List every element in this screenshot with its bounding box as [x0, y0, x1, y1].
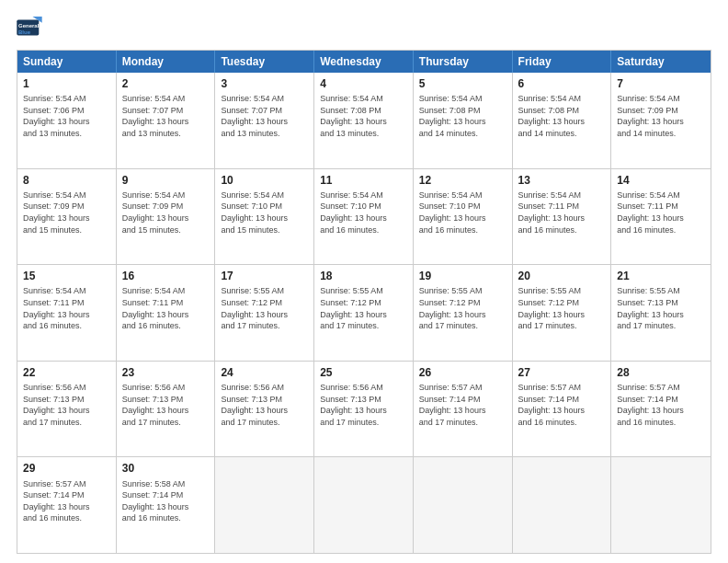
cal-cell: 25Sunrise: 5:56 AM Sunset: 7:13 PM Dayli…	[314, 362, 414, 457]
cal-cell: 28Sunrise: 5:57 AM Sunset: 7:14 PM Dayli…	[611, 362, 711, 457]
day-number: 30	[122, 461, 210, 476]
day-number: 15	[23, 269, 110, 283]
cal-cell: 9Sunrise: 5:54 AM Sunset: 7:09 PM Daylig…	[117, 169, 216, 265]
day-info: Sunrise: 5:54 AM Sunset: 7:11 PM Dayligh…	[122, 285, 210, 331]
cal-cell: 14Sunrise: 5:54 AM Sunset: 7:11 PM Dayli…	[611, 169, 711, 265]
svg-text:Blue: Blue	[18, 29, 31, 35]
day-info: Sunrise: 5:54 AM Sunset: 7:09 PM Dayligh…	[122, 190, 210, 236]
day-number: 25	[320, 365, 407, 380]
cal-cell	[611, 457, 711, 553]
day-info: Sunrise: 5:54 AM Sunset: 7:07 PM Dayligh…	[122, 93, 210, 139]
week-row-3: 15Sunrise: 5:54 AM Sunset: 7:11 PM Dayli…	[17, 265, 711, 362]
day-info: Sunrise: 5:55 AM Sunset: 7:12 PM Dayligh…	[320, 285, 407, 331]
day-number: 23	[122, 365, 210, 380]
day-info: Sunrise: 5:56 AM Sunset: 7:13 PM Dayligh…	[320, 382, 407, 428]
day-number: 22	[23, 365, 110, 380]
header-day-monday: Monday	[117, 51, 216, 73]
logo-icon: General Blue	[17, 17, 42, 39]
day-info: Sunrise: 5:54 AM Sunset: 7:10 PM Dayligh…	[221, 190, 308, 236]
calendar: SundayMondayTuesdayWednesdayThursdayFrid…	[17, 50, 711, 554]
day-info: Sunrise: 5:58 AM Sunset: 7:14 PM Dayligh…	[122, 478, 210, 524]
day-number: 26	[419, 365, 506, 380]
cal-cell: 1Sunrise: 5:54 AM Sunset: 7:06 PM Daylig…	[17, 73, 117, 168]
cal-cell: 23Sunrise: 5:56 AM Sunset: 7:13 PM Dayli…	[117, 362, 216, 457]
day-number: 3	[221, 76, 308, 91]
cal-cell: 8Sunrise: 5:54 AM Sunset: 7:09 PM Daylig…	[17, 169, 117, 265]
header-day-wednesday: Wednesday	[314, 51, 414, 73]
day-info: Sunrise: 5:55 AM Sunset: 7:12 PM Dayligh…	[518, 285, 606, 331]
day-number: 5	[419, 76, 506, 91]
cal-cell: 20Sunrise: 5:55 AM Sunset: 7:12 PM Dayli…	[513, 265, 612, 361]
day-number: 4	[320, 76, 407, 91]
day-number: 16	[122, 269, 210, 283]
cal-cell	[414, 457, 513, 553]
day-info: Sunrise: 5:54 AM Sunset: 7:06 PM Dayligh…	[23, 93, 110, 139]
header: General Blue	[17, 17, 711, 39]
day-number: 17	[221, 269, 308, 283]
day-number: 2	[122, 76, 210, 91]
day-info: Sunrise: 5:54 AM Sunset: 7:08 PM Dayligh…	[320, 93, 407, 139]
cal-cell: 3Sunrise: 5:54 AM Sunset: 7:07 PM Daylig…	[215, 73, 314, 168]
day-info: Sunrise: 5:55 AM Sunset: 7:12 PM Dayligh…	[419, 285, 506, 331]
day-number: 13	[518, 173, 606, 188]
cal-cell	[314, 457, 414, 553]
week-row-2: 8Sunrise: 5:54 AM Sunset: 7:09 PM Daylig…	[17, 169, 711, 266]
day-info: Sunrise: 5:56 AM Sunset: 7:13 PM Dayligh…	[122, 382, 210, 428]
day-info: Sunrise: 5:54 AM Sunset: 7:08 PM Dayligh…	[419, 93, 506, 139]
day-info: Sunrise: 5:54 AM Sunset: 7:09 PM Dayligh…	[617, 93, 705, 139]
cal-cell: 30Sunrise: 5:58 AM Sunset: 7:14 PM Dayli…	[117, 457, 216, 553]
day-number: 29	[23, 461, 110, 476]
day-number: 21	[617, 269, 705, 283]
cal-cell: 29Sunrise: 5:57 AM Sunset: 7:14 PM Dayli…	[17, 457, 117, 553]
cal-cell	[215, 457, 314, 553]
day-info: Sunrise: 5:56 AM Sunset: 7:13 PM Dayligh…	[23, 382, 110, 428]
cal-cell: 24Sunrise: 5:56 AM Sunset: 7:13 PM Dayli…	[215, 362, 314, 457]
day-info: Sunrise: 5:54 AM Sunset: 7:08 PM Dayligh…	[518, 93, 606, 139]
cal-cell: 18Sunrise: 5:55 AM Sunset: 7:12 PM Dayli…	[314, 265, 414, 361]
day-info: Sunrise: 5:55 AM Sunset: 7:13 PM Dayligh…	[617, 285, 705, 331]
day-number: 1	[23, 76, 110, 91]
day-info: Sunrise: 5:54 AM Sunset: 7:11 PM Dayligh…	[518, 190, 606, 236]
cal-cell: 11Sunrise: 5:54 AM Sunset: 7:10 PM Dayli…	[314, 169, 414, 265]
day-info: Sunrise: 5:57 AM Sunset: 7:14 PM Dayligh…	[23, 478, 110, 524]
day-number: 27	[518, 365, 606, 380]
cal-cell: 10Sunrise: 5:54 AM Sunset: 7:10 PM Dayli…	[215, 169, 314, 265]
header-day-sunday: Sunday	[17, 51, 117, 73]
day-number: 14	[617, 173, 705, 188]
cal-cell: 12Sunrise: 5:54 AM Sunset: 7:10 PM Dayli…	[414, 169, 513, 265]
cal-cell: 5Sunrise: 5:54 AM Sunset: 7:08 PM Daylig…	[414, 73, 513, 168]
day-number: 28	[617, 365, 705, 380]
cal-cell: 21Sunrise: 5:55 AM Sunset: 7:13 PM Dayli…	[611, 265, 711, 361]
week-row-1: 1Sunrise: 5:54 AM Sunset: 7:06 PM Daylig…	[17, 73, 711, 169]
day-info: Sunrise: 5:54 AM Sunset: 7:11 PM Dayligh…	[617, 190, 705, 236]
day-number: 18	[320, 269, 407, 283]
day-info: Sunrise: 5:54 AM Sunset: 7:07 PM Dayligh…	[221, 93, 308, 139]
week-row-5: 29Sunrise: 5:57 AM Sunset: 7:14 PM Dayli…	[17, 457, 711, 553]
day-number: 6	[518, 76, 606, 91]
cal-cell: 27Sunrise: 5:57 AM Sunset: 7:14 PM Dayli…	[513, 362, 612, 457]
cal-cell: 22Sunrise: 5:56 AM Sunset: 7:13 PM Dayli…	[17, 362, 117, 457]
day-number: 11	[320, 173, 407, 188]
cal-cell: 19Sunrise: 5:55 AM Sunset: 7:12 PM Dayli…	[414, 265, 513, 361]
svg-text:General: General	[18, 23, 40, 29]
cal-cell: 13Sunrise: 5:54 AM Sunset: 7:11 PM Dayli…	[513, 169, 612, 265]
page: General Blue SundayMondayTuesdayWednesda…	[0, 0, 728, 563]
day-info: Sunrise: 5:54 AM Sunset: 7:10 PM Dayligh…	[320, 190, 407, 236]
day-number: 12	[419, 173, 506, 188]
header-day-tuesday: Tuesday	[215, 51, 314, 73]
header-day-saturday: Saturday	[611, 51, 711, 73]
day-number: 19	[419, 269, 506, 283]
cal-cell: 4Sunrise: 5:54 AM Sunset: 7:08 PM Daylig…	[314, 73, 414, 168]
cal-cell: 26Sunrise: 5:57 AM Sunset: 7:14 PM Dayli…	[414, 362, 513, 457]
logo: General Blue	[17, 17, 42, 39]
calendar-header: SundayMondayTuesdayWednesdayThursdayFrid…	[17, 51, 711, 73]
day-number: 24	[221, 365, 308, 380]
day-info: Sunrise: 5:54 AM Sunset: 7:10 PM Dayligh…	[419, 190, 506, 236]
day-info: Sunrise: 5:55 AM Sunset: 7:12 PM Dayligh…	[221, 285, 308, 331]
day-number: 20	[518, 269, 606, 283]
day-info: Sunrise: 5:54 AM Sunset: 7:09 PM Dayligh…	[23, 190, 110, 236]
cal-cell	[513, 457, 612, 553]
cal-cell: 15Sunrise: 5:54 AM Sunset: 7:11 PM Dayli…	[17, 265, 117, 361]
day-info: Sunrise: 5:56 AM Sunset: 7:13 PM Dayligh…	[221, 382, 308, 428]
day-info: Sunrise: 5:57 AM Sunset: 7:14 PM Dayligh…	[617, 382, 705, 428]
